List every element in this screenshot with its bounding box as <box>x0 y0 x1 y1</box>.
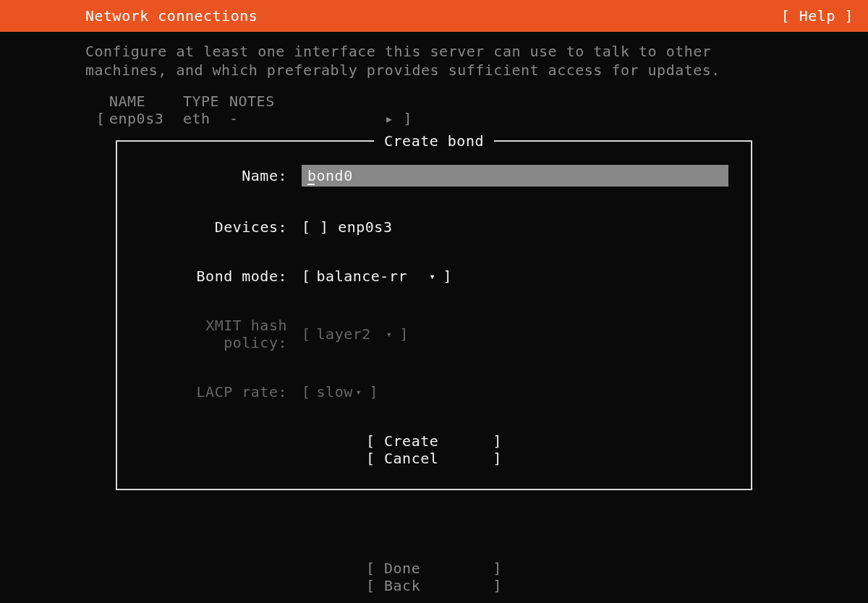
dropdown-bracket-open: [ <box>302 325 311 343</box>
footer-buttons: [ Done ] [ Back ] <box>0 560 868 594</box>
done-button[interactable]: [ Done ] <box>366 560 502 577</box>
header-bar: Network connections [ Help ] <box>0 0 868 32</box>
checkbox-state: [ ] <box>302 218 329 236</box>
chevron-down-icon: ▾ <box>383 328 396 340</box>
chevron-right-icon: ▸ <box>385 110 399 127</box>
xmit-hash-dropdown: [ layer2 ▾ ] <box>302 325 409 343</box>
column-type-header: TYPE <box>183 93 229 110</box>
create-button[interactable]: [ Create ] <box>366 432 502 450</box>
dropdown-bracket-close: ] <box>365 383 378 401</box>
page-title: Network connections <box>85 7 258 25</box>
form-row-xmit-hash: XMIT hash policy: [ layer2 ▾ ] <box>139 317 729 351</box>
table-header: NAME TYPE NOTES <box>96 93 783 110</box>
devices-label: Devices: <box>139 218 302 236</box>
page-description: Configure at least one interface this se… <box>0 32 868 80</box>
form-row-devices: Devices: [ ] enp0s3 <box>139 218 729 236</box>
form-row-lacp-rate: LACP rate: [ slow ▾ ] <box>139 383 729 401</box>
device-checkbox[interactable]: [ ] enp0s3 <box>302 218 392 236</box>
table-row[interactable]: [ enp0s3 eth - ▸ ] <box>96 110 783 127</box>
interface-type: eth <box>183 110 229 127</box>
xmit-hash-value: layer2 <box>311 325 383 343</box>
lacp-rate-label: LACP rate: <box>139 383 302 401</box>
xmit-hash-label: XMIT hash policy: <box>139 317 302 351</box>
cursor-icon <box>307 184 315 185</box>
interface-table: NAME TYPE NOTES [ enp0s3 eth - ▸ ] <box>0 80 868 127</box>
lacp-rate-value: slow <box>311 383 353 401</box>
bond-mode-dropdown[interactable]: [ balance-rr ▾ ] <box>302 268 452 285</box>
chevron-down-icon: ▾ <box>353 386 365 398</box>
dropdown-bracket-close: ] <box>438 268 452 285</box>
dropdown-bracket-open: [ <box>302 383 311 401</box>
lacp-rate-dropdown: [ slow ▾ ] <box>302 383 378 401</box>
name-input[interactable] <box>302 165 728 187</box>
row-bracket-open: [ <box>96 110 109 127</box>
name-label: Name: <box>139 167 302 184</box>
column-notes-header: NOTES <box>229 93 385 110</box>
cancel-button[interactable]: [ Cancel ] <box>366 450 502 467</box>
dialog-action-buttons: [ Create ] [ Cancel ] <box>139 432 729 467</box>
chevron-down-icon: ▾ <box>427 270 439 282</box>
column-name-header: NAME <box>109 93 183 110</box>
device-name: enp0s3 <box>338 218 392 236</box>
row-bracket-close: ] <box>399 110 412 127</box>
name-input-wrap <box>302 165 728 187</box>
dropdown-bracket-close: ] <box>395 325 409 343</box>
bond-mode-value: balance-rr <box>311 268 427 285</box>
bond-mode-label: Bond mode: <box>139 268 302 285</box>
dialog-title: Create bond <box>374 132 494 150</box>
back-button[interactable]: [ Back ] <box>366 577 502 594</box>
interface-name: enp0s3 <box>109 110 183 127</box>
form-row-bond-mode: Bond mode: [ balance-rr ▾ ] <box>139 268 729 285</box>
form-row-name: Name: <box>139 165 729 187</box>
interface-notes: - <box>229 110 385 127</box>
help-button[interactable]: [ Help ] <box>781 7 854 25</box>
dropdown-bracket-open: [ <box>302 268 311 285</box>
create-bond-dialog: Create bond Name: Devices: [ ] enp0s3 Bo… <box>116 140 752 490</box>
